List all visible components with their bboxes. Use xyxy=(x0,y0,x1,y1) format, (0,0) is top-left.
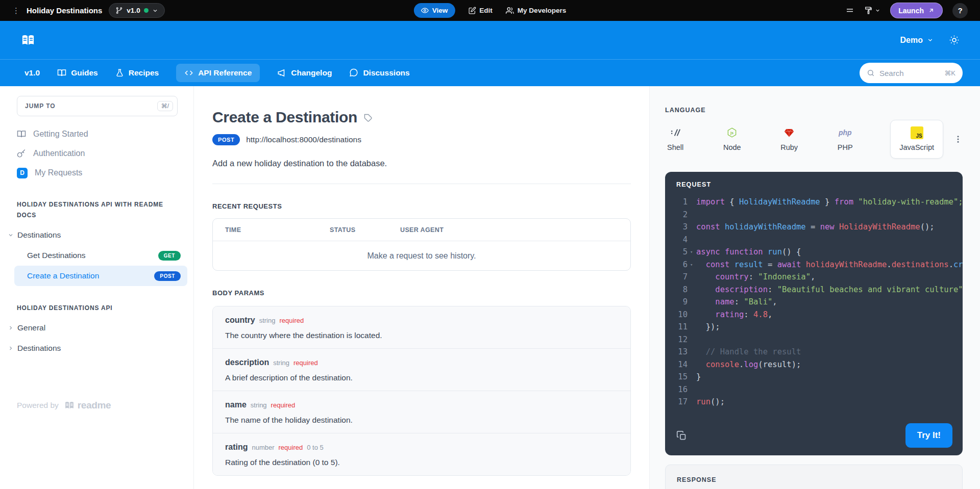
language-option-php[interactable]: phpPHP xyxy=(836,120,855,158)
sidebar-endpoint-create-a-destination[interactable]: Create a DestinationPOST xyxy=(14,266,187,286)
language-more-icon[interactable] xyxy=(953,135,963,144)
jump-to-input[interactable]: JUMP TO ⌘/ xyxy=(17,96,178,116)
code-token xyxy=(696,259,706,271)
code-token: "Beautiful beaches and vibrant culture" xyxy=(777,284,963,296)
nav-tab-discussions[interactable]: Discussions xyxy=(349,64,409,82)
main-content: Create a Destination POST http://localho… xyxy=(194,86,649,489)
code-token xyxy=(696,308,715,321)
sidebar-item-getting-started[interactable]: Getting Started xyxy=(0,124,193,144)
param-name: rating xyxy=(225,443,248,452)
code-token: , xyxy=(772,296,777,308)
appearance-dropdown[interactable] xyxy=(864,6,880,15)
method-badge-get: GET xyxy=(158,251,181,261)
nav-tab-label: API Reference xyxy=(198,68,252,78)
code-line: 16 xyxy=(665,383,963,396)
body-params-card: countrystringrequiredThe country where t… xyxy=(212,306,631,476)
column-status: STATUS xyxy=(330,226,400,234)
endpoint-description: Add a new holiday destination to the dat… xyxy=(212,159,631,168)
language-option-label: Shell xyxy=(667,143,683,151)
param-meta: namestringrequired xyxy=(225,400,618,409)
response-heading: RESPONSE xyxy=(677,476,951,483)
project-switcher[interactable]: Demo xyxy=(900,36,934,45)
line-number: 14 xyxy=(674,358,688,371)
code-token: run xyxy=(696,396,710,408)
code-token: "holiday-with-readme"; xyxy=(858,196,963,209)
code-editor[interactable]: 1import { HolidayWithReadme } from "holi… xyxy=(665,196,963,408)
code-token: }); xyxy=(696,321,720,333)
sidebar-group-destinations[interactable]: Destinations xyxy=(0,338,193,358)
sidebar-group-destinations[interactable]: Destinations xyxy=(0,225,193,245)
nav-tab-label: Guides xyxy=(71,68,98,78)
copy-code-icon[interactable] xyxy=(676,430,687,441)
language-option-javascript[interactable]: JSJavaScript xyxy=(890,120,943,159)
recent-requests-heading: RECENT REQUESTS xyxy=(212,202,631,210)
nav-tab-guides[interactable]: Guides xyxy=(57,64,98,82)
jump-to-shortcut: ⌘/ xyxy=(157,101,173,111)
language-option-ruby[interactable]: Ruby xyxy=(778,120,800,158)
sidebar-item-authentication[interactable]: Authentication xyxy=(0,144,193,163)
line-number: 7 xyxy=(674,271,688,284)
nav-tab-changelog[interactable]: Changelog xyxy=(277,64,332,82)
status-dot xyxy=(144,8,149,13)
param-description: A brief description of the destination. xyxy=(225,373,618,382)
code-token xyxy=(729,259,734,271)
fold-caret-icon[interactable]: ▾ xyxy=(688,246,696,259)
book-icon xyxy=(57,68,66,78)
code-token xyxy=(696,284,715,296)
shell-icon xyxy=(670,126,681,139)
javascript-icon: JS xyxy=(911,126,923,139)
try-it-button[interactable]: Try It! xyxy=(905,423,952,448)
project-switcher-label: Demo xyxy=(900,36,923,45)
help-button[interactable]: ? xyxy=(952,3,968,18)
chevron-down-icon xyxy=(875,8,880,13)
kebab-menu-icon[interactable]: ⋮ xyxy=(12,7,20,14)
code-token: . xyxy=(949,259,953,271)
version-dropdown[interactable]: v1.0 xyxy=(109,3,164,18)
tag-icon[interactable] xyxy=(364,114,373,122)
language-option-node[interactable]: jsNode xyxy=(721,120,743,158)
language-option-label: JavaScript xyxy=(899,143,934,151)
align-left-icon[interactable] xyxy=(845,6,854,15)
code-token: const xyxy=(696,221,720,234)
project-name: Holiday Destinations xyxy=(27,6,102,15)
code-line: 8 description: "Beautiful beaches and vi… xyxy=(665,284,963,296)
code-token: 4.8 xyxy=(753,308,768,321)
nav-version[interactable]: v1.0 xyxy=(24,64,40,82)
column-user-agent: USER AGENT xyxy=(400,226,630,234)
branch-icon xyxy=(115,7,123,14)
language-option-shell[interactable]: Shell xyxy=(665,120,685,158)
view-button[interactable]: View xyxy=(414,3,455,18)
sidebar: JUMP TO ⌘/ Getting StartedAuthentication… xyxy=(0,86,194,489)
line-number: 13 xyxy=(674,346,688,358)
sidebar-endpoint-get-destinations[interactable]: Get DestinationsGET xyxy=(14,245,187,266)
param-name: name xyxy=(225,400,247,409)
code-line: 5▾async function run() { xyxy=(665,246,963,259)
line-number: 10 xyxy=(674,308,688,321)
readme-book-logo[interactable] xyxy=(20,33,36,47)
theme-sun-icon[interactable] xyxy=(949,35,960,45)
code-token: run xyxy=(768,246,782,259)
sidebar-item-my-requests[interactable]: DMy Requests xyxy=(0,163,193,183)
search-input[interactable]: Search ⌘K xyxy=(860,63,963,83)
param-row-name: namestringrequiredThe name of the holida… xyxy=(213,391,630,433)
code-token: async xyxy=(696,246,720,259)
powered-by-readme[interactable]: Powered by readme xyxy=(17,400,111,411)
param-type: string xyxy=(273,359,289,367)
line-number: 11 xyxy=(674,321,688,333)
chevron-right-icon xyxy=(8,345,14,351)
code-token: HolidayWithReadme xyxy=(739,196,820,209)
fold-caret-icon[interactable]: ▾ xyxy=(688,259,696,271)
launch-button[interactable]: Launch xyxy=(890,3,943,18)
my-developers-button[interactable]: My Developers xyxy=(506,7,566,15)
sidebar-group-general[interactable]: General xyxy=(0,318,193,338)
nav-tab-api-reference[interactable]: API Reference xyxy=(176,64,260,82)
page-title: Create a Destination xyxy=(212,109,357,126)
code-token: await xyxy=(777,259,801,271)
code-token xyxy=(853,196,858,209)
edit-button[interactable]: Edit xyxy=(468,7,493,14)
endpoint-label: Get Destinations xyxy=(27,251,86,260)
code-line: 1import { HolidayWithReadme } from "holi… xyxy=(665,196,963,209)
nav-tab-recipes[interactable]: Recipes xyxy=(115,64,159,82)
paintbrush-icon xyxy=(864,6,873,15)
right-panel: LANGUAGE ShelljsNodeRubyphpPHPJSJavaScri… xyxy=(649,86,980,489)
